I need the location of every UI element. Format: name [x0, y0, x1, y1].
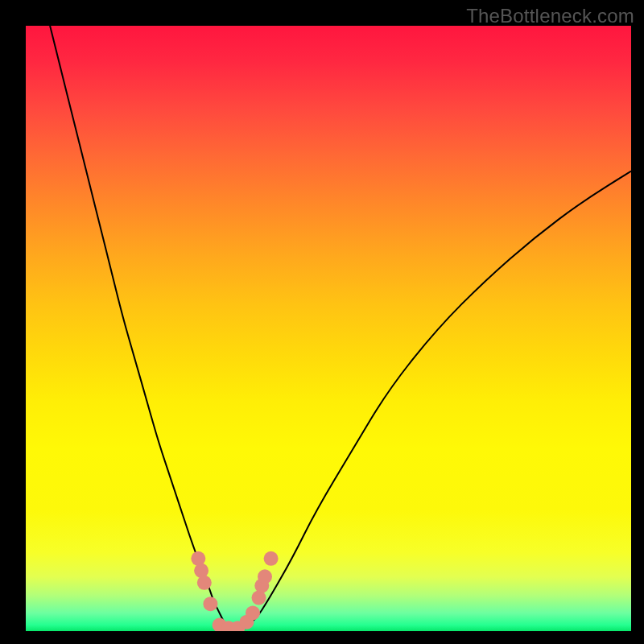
curve-marker [191, 551, 205, 566]
plot-area [26, 26, 631, 631]
curve-marker [252, 591, 266, 605]
curve-marker [203, 597, 217, 611]
curve-marker [258, 569, 272, 584]
curve-marker [264, 551, 279, 566]
curve-marker [246, 605, 260, 620]
watermark-text: TheBottleneck.com [466, 5, 634, 27]
outer-frame: TheBottleneck.com [0, 0, 644, 644]
marker-group [191, 551, 278, 631]
bottleneck-curve [50, 26, 631, 631]
curve-marker [194, 564, 208, 578]
curve-marker [197, 576, 212, 590]
chart-svg [26, 26, 631, 631]
